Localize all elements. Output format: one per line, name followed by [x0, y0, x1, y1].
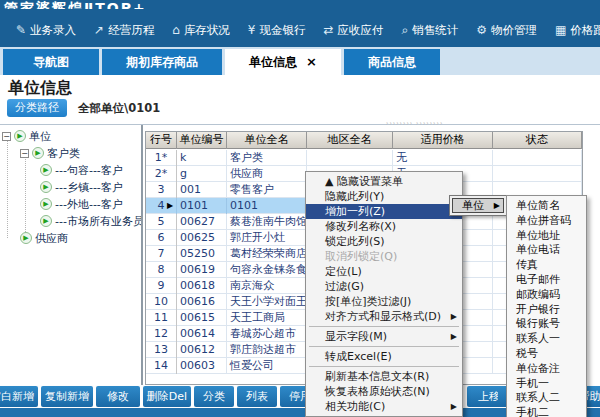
menu-item-label: 按[单位]类过滤(J)	[325, 295, 411, 308]
menu-item-show-fields[interactable]: 显示字段(M)▶	[306, 329, 462, 344]
tree-node-customer-class[interactable]: − ▶ 客户类	[20, 145, 80, 161]
submenu-item-email[interactable]: 电子邮件	[507, 273, 586, 288]
column-header-status[interactable]: 状态	[493, 132, 582, 149]
submenu-item-mobile-1[interactable]: 手机一	[507, 377, 586, 392]
submenu-item-fax[interactable]: 传真	[507, 258, 586, 273]
menu-item-align-format[interactable]: 对齐方式和显示格式(D)▶	[306, 309, 462, 324]
menu-item-restore-table[interactable]: 恢复表格原始状态(N)	[306, 384, 462, 399]
menu-item-add-column[interactable]: 增加一列(Z)▶	[306, 204, 462, 219]
close-icon[interactable]: ×	[306, 49, 317, 75]
menu-inventory-status[interactable]: ⌂ 库存状况	[172, 23, 230, 38]
menu-item-rename-column[interactable]: 修改列名称(X)	[306, 219, 462, 234]
tree-node-icon: ▶	[40, 215, 52, 227]
modify-button[interactable]: 修改	[96, 386, 140, 407]
panel-splitter[interactable]	[141, 125, 143, 385]
copy-new-button[interactable]: 复制新增	[41, 386, 93, 407]
tree-node-supplier[interactable]: ▶ 供应商	[20, 230, 68, 246]
submenu-item-unit-address[interactable]: 单位地址	[507, 229, 586, 244]
menu-item-locate[interactable]: 定位(L)	[306, 264, 462, 279]
tree-node-unit[interactable]: − ▶ 单位	[2, 128, 51, 144]
menu-business-entry[interactable]: ✎ 业务录入	[16, 23, 76, 38]
menu-item-label: 隐藏此列(Y)	[325, 190, 384, 203]
cell-code: 00612	[177, 342, 227, 358]
table-row[interactable]: 1* k 客户类 无	[146, 150, 582, 166]
classify-button[interactable]: 分类	[194, 386, 234, 407]
menu-item-filter[interactable]: 过滤(G)	[306, 279, 462, 294]
submenu-item-unit-phone[interactable]: 单位电话	[507, 243, 586, 258]
tree-node-icon: ▶	[32, 147, 44, 159]
tree-node-label: ---乡镇---客户	[55, 180, 123, 195]
menu-item-filter-by-unit-class[interactable]: 按[单位]类过滤(J)	[306, 294, 462, 309]
cell-name: 葛村经荣荣商店	[227, 246, 307, 262]
cell-code: 05250	[177, 246, 227, 262]
gear-icon: ⚙	[476, 24, 487, 36]
category-path-button[interactable]: 分类路径	[7, 99, 67, 117]
menu-item-lock-column[interactable]: 锁定此列(S)	[306, 234, 462, 249]
tree-node-township-customer[interactable]: ▶ ---乡镇---客户	[40, 179, 123, 195]
column-header-region[interactable]: 地区全名	[307, 132, 393, 149]
tab-unit-info[interactable]: 单位信息 ×	[225, 49, 341, 75]
submenu-item-bank[interactable]: 开户银行	[507, 303, 586, 318]
tab-navigation-map[interactable]: 导航图	[3, 49, 99, 75]
menu-item-export-excel[interactable]: 转成Excel(E)	[306, 349, 462, 364]
tab-product-info[interactable]: 商品信息	[344, 49, 440, 75]
submenu-item-mobile-2[interactable]: 手机二	[507, 406, 586, 417]
collapse-icon[interactable]: −	[20, 149, 29, 158]
tab-opening-inventory[interactable]: 期初库存商品	[102, 49, 222, 75]
cell-name: 恒爱公司	[227, 358, 307, 374]
cell-rowno: 6	[146, 230, 177, 246]
delete-button[interactable]: 删除Del	[143, 386, 191, 407]
cell-region	[307, 150, 393, 166]
row-marker-icon: ▶	[167, 198, 173, 214]
cell-name: 郭庄韵达超市	[227, 342, 307, 358]
cell-rowno: 11	[146, 310, 177, 326]
cell-name: 客户类	[227, 150, 307, 166]
menu-item-label: 锁定此列(S)	[325, 235, 385, 248]
tree-node-outside-customer[interactable]: ▶ ---外地---客户	[40, 196, 123, 212]
menu-business-history[interactable]: ↗ 经营历程	[94, 23, 154, 38]
submenu-item-contact-2[interactable]: 联系人二	[507, 391, 586, 406]
menu-price-tracking[interactable]: ▦ 价格跟踪	[555, 23, 600, 38]
list-button[interactable]: 列表	[237, 386, 277, 407]
column-header-rowno[interactable]: 行号	[146, 132, 177, 149]
menu-item-label: ▲ 隐藏设置菜单	[325, 175, 403, 188]
menu-separator	[309, 346, 459, 347]
cell-rowno: 3	[146, 182, 177, 198]
column-header-name[interactable]: 单位全名	[227, 132, 307, 149]
column-header-code[interactable]: 单位编号	[177, 132, 227, 149]
menu-item-hide-column[interactable]: 隐藏此列(Y)	[306, 189, 462, 204]
tree-node-market-salesmen[interactable]: ▶ ---市场所有业务员	[40, 213, 141, 229]
menu-price-management[interactable]: ⚙ 物价管理	[476, 23, 537, 38]
tree-node-jurong-customer[interactable]: ▶ ---句容---客户	[40, 162, 123, 178]
menu-item-label: 对齐方式和显示格式(D)	[325, 310, 441, 323]
collapse-icon[interactable]: −	[2, 132, 11, 141]
menu-item-label: 增加一列(Z)	[325, 205, 385, 218]
submenu-item-unit-note[interactable]: 单位备注	[507, 362, 586, 377]
submenu-item-postcode[interactable]: 邮政编码	[507, 288, 586, 303]
page-title: 单位信息	[8, 78, 72, 99]
submenu-item-unit-short-name[interactable]: 单位简名	[507, 199, 586, 214]
menu-item-related-functions[interactable]: 相关功能(C)▶	[306, 399, 462, 414]
menu-item-label: 定位(L)	[325, 265, 362, 278]
menu-item-refresh-info-text[interactable]: 刷新基本信息文本(R)	[306, 369, 462, 384]
submenu-item-contact-1[interactable]: 联系人一	[507, 332, 586, 347]
submenu-item-tax-no[interactable]: 税号	[507, 347, 586, 362]
category-tree-panel: − ▶ 单位 − ▶ 客户类 ▶ ---句容---客户 ▶ ---乡镇---客户…	[0, 125, 141, 385]
column-header-price[interactable]: 适用价格	[393, 132, 493, 149]
cell-code: 001	[177, 182, 227, 198]
menu-item-unlock-column[interactable]: 取消列锁定(Q)	[306, 249, 462, 264]
cell-code: 00625	[177, 230, 227, 246]
menu-label: 销售统计	[412, 23, 458, 38]
tree-node-label: ---句容---客户	[55, 163, 123, 178]
yen-icon: ¥	[248, 24, 256, 36]
menu-receivable-payable[interactable]: ⇄ 应收应付	[323, 23, 383, 38]
submenu-item-unit[interactable]: 单位 ▶	[452, 198, 504, 213]
menu-item-hide-settings-menu[interactable]: ▲ 隐藏设置菜单	[306, 174, 462, 189]
submenu-item-bank-account[interactable]: 银行账号	[507, 317, 586, 332]
new-blank-button[interactable]: 空白新增	[0, 386, 38, 407]
cell-price: 无	[393, 150, 493, 166]
submenu-item-unit-pinyin[interactable]: 单位拼音码	[507, 214, 586, 229]
menu-sales-stats[interactable]: ⌕ 销售统计	[401, 23, 458, 38]
menu-item-label: 单位	[462, 199, 484, 212]
menu-cash-bank[interactable]: ¥ 现金银行	[248, 23, 306, 38]
